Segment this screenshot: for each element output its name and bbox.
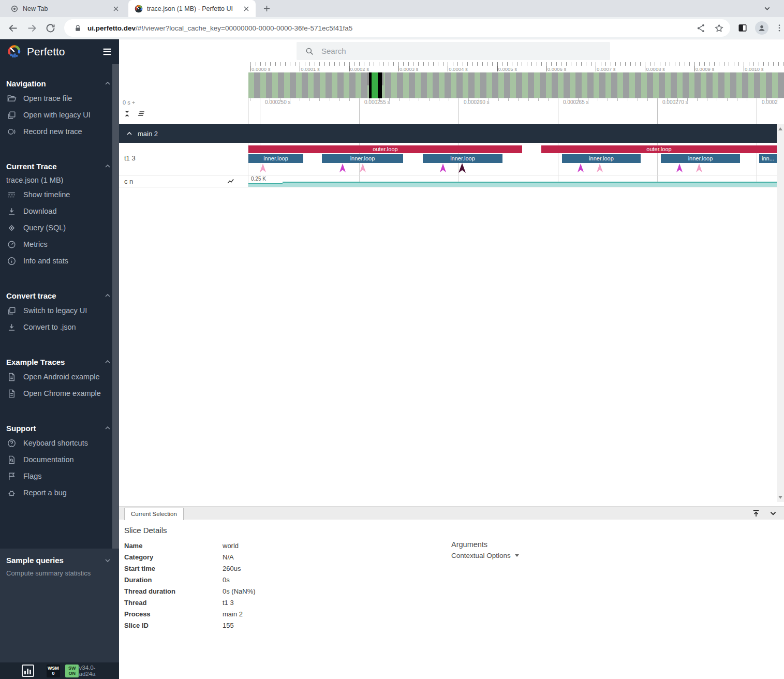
scroll-down-icon[interactable] (778, 496, 782, 499)
sidebar-item-download[interactable]: Download (0, 203, 119, 219)
instant-marker[interactable] (578, 164, 584, 172)
counter-track-label[interactable]: c n (119, 175, 248, 187)
instant-marker[interactable] (696, 164, 702, 172)
counter-track-content[interactable]: 0.25 K (248, 175, 777, 187)
chevron-up-icon[interactable] (103, 291, 112, 300)
section-header[interactable]: Support (0, 421, 119, 435)
download-icon (7, 206, 17, 216)
sidebar-item-open-chrome-example[interactable]: Open Chrome example (0, 385, 119, 402)
sidebar-item-keyboard-shortcuts[interactable]: Keyboard shortcuts (0, 435, 119, 451)
collapse-panel-icon[interactable] (768, 509, 778, 518)
tab-current-selection[interactable]: Current Selection (124, 508, 184, 520)
instant-marker[interactable] (676, 164, 683, 172)
sidebar-item-flags[interactable]: Flags (0, 468, 119, 484)
counter-value-area[interactable] (283, 182, 777, 187)
slice-inner-loop[interactable]: inner.loop (322, 154, 403, 163)
thread-track-label[interactable]: t1 3 (119, 143, 248, 175)
sidebar-item-open-trace-file[interactable]: Open trace file (0, 90, 119, 107)
slice-outer-loop[interactable]: outer.loop (541, 145, 777, 153)
browser-menu-icon[interactable] (775, 23, 784, 33)
instant-marker[interactable] (339, 164, 346, 172)
omnibox[interactable]: ui.perfetto.dev/#!/viewer?local_cache_ke… (64, 19, 730, 37)
detail-label: Thread duration (124, 587, 223, 595)
side-panel-icon[interactable] (737, 23, 748, 33)
track-filter-icon[interactable] (137, 109, 146, 118)
slice-outer-loop[interactable]: outer.loop (248, 145, 522, 153)
sidebar-item-query-sql-[interactable]: Query (SQL) (0, 219, 119, 236)
expand-panel-icon[interactable] (751, 509, 761, 518)
process-group-header[interactable]: main 2 (119, 124, 777, 143)
detail-value: 155 (223, 622, 234, 629)
chevron-up-icon[interactable] (103, 358, 112, 366)
slice-inner-loop[interactable]: inner.loop (423, 154, 502, 163)
slice-inner-loop[interactable]: inner.loop (248, 154, 303, 163)
sidebar-item-report-a-bug[interactable]: Report a bug (0, 484, 119, 501)
caret-down-icon (515, 554, 519, 557)
chevron-up-icon[interactable] (103, 162, 112, 170)
instant-marker[interactable] (360, 164, 366, 172)
sidebar-scrollbar[interactable] (112, 64, 119, 549)
reload-button[interactable] (45, 23, 56, 34)
detail-row: Slice ID155 (124, 619, 784, 631)
wsm-badge[interactable]: WSM0 (47, 665, 60, 677)
tab-search-icon[interactable] (763, 4, 772, 13)
sidebar-item-switch-to-legacy-ui[interactable]: Switch to legacy UI (0, 302, 119, 319)
section-header[interactable]: Convert trace (0, 289, 119, 302)
sidebar-item-label: Keyboard shortcuts (23, 439, 88, 447)
instant-marker[interactable] (440, 164, 446, 172)
tab-close-icon[interactable] (242, 5, 250, 13)
instant-marker[interactable] (597, 164, 603, 172)
counter-value-area[interactable] (248, 183, 283, 187)
overview-tick-label: 0.0009 s (696, 66, 714, 72)
viewport-marker[interactable] (369, 72, 382, 98)
browser-tab-perfetto[interactable]: trace.json (1 MB) - Perfetto UI (128, 0, 256, 17)
contextual-options-dropdown[interactable]: Contextual Options (451, 552, 519, 559)
back-button[interactable] (8, 23, 19, 34)
chevron-up-icon[interactable] (103, 424, 112, 432)
share-icon[interactable] (696, 23, 706, 33)
tracks-scrollbar[interactable] (777, 124, 784, 502)
instant-marker-selected[interactable] (458, 163, 466, 173)
avatar[interactable] (755, 21, 768, 35)
ruler-time-label: 0.0002 (762, 99, 778, 105)
tab-close-icon[interactable] (112, 5, 120, 13)
search-box[interactable] (297, 42, 610, 60)
forward-button[interactable] (26, 23, 37, 34)
sidebar-item-convert-to-json[interactable]: Convert to .json (0, 319, 119, 335)
hamburger-menu-icon[interactable] (101, 46, 113, 57)
collapse-tracks-icon[interactable] (123, 109, 131, 118)
search-input[interactable] (321, 47, 610, 55)
sidebar-item-metrics[interactable]: Metrics (0, 236, 119, 253)
sidebar-item-info-and-stats[interactable]: Info and stats (0, 253, 119, 269)
chevron-up-icon[interactable] (125, 129, 134, 138)
slice-inner-loop[interactable]: inn... (759, 154, 777, 163)
lock-icon[interactable] (73, 24, 82, 33)
chevron-down-icon[interactable] (103, 556, 112, 565)
sidebar-item-record-new-trace[interactable]: Record new trace (0, 123, 119, 140)
viewport-ruler[interactable]: 0.000250 s0.000255 s0.000260 s0.000265 s… (248, 98, 784, 124)
chevron-up-icon[interactable] (103, 79, 112, 87)
sidebar-item-open-with-legacy-ui[interactable]: Open with legacy UI (0, 107, 119, 123)
perf-stats-icon[interactable] (22, 665, 34, 677)
instant-marker[interactable] (260, 164, 266, 172)
time-origin-label: 0 s + (123, 99, 135, 106)
sidebar-item-documentation[interactable]: Documentation (0, 451, 119, 468)
browser-tab-newtab[interactable]: New Tab (4, 0, 125, 17)
slice-inner-loop[interactable]: inner.loop (661, 154, 740, 163)
ruler-time-label: 0.000255 s (364, 99, 390, 105)
legacy-ui-icon (7, 306, 17, 316)
url-text[interactable]: ui.perfetto.dev/#!/viewer?local_cache_ke… (87, 24, 688, 32)
sw-badge[interactable]: SWON (65, 665, 79, 677)
thread-track-content[interactable]: outer.loopouter.loopinner.loopinner.loop… (248, 143, 777, 175)
section-header[interactable]: Current Trace (0, 159, 119, 173)
sidebar-item-open-android-example[interactable]: Open Android example (0, 368, 119, 385)
bookmark-star-icon[interactable] (714, 23, 724, 33)
scroll-up-icon[interactable] (778, 127, 782, 130)
section-header[interactable]: Example Traces (0, 355, 119, 368)
new-tab-button[interactable] (262, 4, 272, 13)
sidebar-item-label: Open Chrome example (23, 389, 101, 397)
section-header[interactable]: Navigation (0, 77, 119, 90)
trace-minimap[interactable] (248, 72, 784, 98)
sidebar-item-show-timeline[interactable]: Show timeline (0, 186, 119, 203)
slice-inner-loop[interactable]: inner.loop (562, 154, 641, 163)
